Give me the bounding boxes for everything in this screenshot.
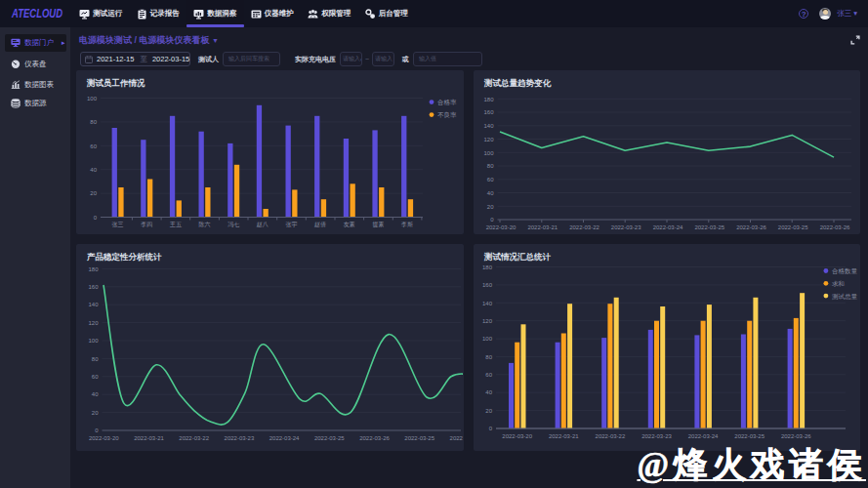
- svg-text:100: 100: [483, 150, 494, 156]
- svg-text:120: 120: [483, 137, 494, 142]
- svg-text:2022-03-25: 2022-03-25: [314, 435, 345, 441]
- svg-text:100: 100: [87, 96, 98, 102]
- svg-text:2022-03-21: 2022-03-21: [549, 433, 579, 439]
- svg-text:2022-03-24: 2022-03-24: [688, 433, 719, 439]
- svg-text:合格率: 合格率: [437, 99, 457, 106]
- svg-text:测试总量: 测试总量: [832, 293, 858, 301]
- svg-text:2022-03-23: 2022-03-23: [225, 435, 255, 441]
- svg-text:2022-03-24: 2022-03-24: [653, 224, 683, 230]
- svg-text:0: 0: [490, 217, 494, 223]
- svg-text:60: 60: [485, 372, 492, 378]
- svg-text:2022-03-25: 2022-03-25: [694, 224, 724, 230]
- svg-text:2022-03-25: 2022-03-25: [404, 435, 434, 441]
- svg-text:100: 100: [482, 336, 493, 342]
- svg-text:20: 20: [487, 204, 494, 210]
- svg-text:2022-03-25: 2022-03-25: [734, 433, 765, 439]
- svg-text:王五: 王五: [169, 221, 182, 227]
- svg-text:20: 20: [90, 190, 97, 196]
- svg-text:180: 180: [88, 266, 99, 272]
- svg-text:不良率: 不良率: [437, 111, 457, 118]
- svg-text:2022-03-23: 2022-03-23: [641, 433, 672, 439]
- svg-text:40: 40: [90, 167, 97, 173]
- svg-text:40: 40: [92, 391, 99, 397]
- svg-text:2022-03-26: 2022-03-26: [359, 435, 390, 441]
- svg-text:李四: 李四: [140, 221, 152, 228]
- svg-text:0: 0: [95, 427, 99, 433]
- svg-text:140: 140: [483, 123, 494, 129]
- svg-text:2022-03-26: 2022-03-26: [781, 433, 811, 439]
- svg-text:140: 140: [88, 302, 99, 307]
- svg-text:160: 160: [88, 284, 99, 290]
- svg-text:合格数量: 合格数量: [832, 267, 858, 275]
- svg-text:2022-03-23: 2022-03-23: [611, 224, 641, 230]
- svg-text:80: 80: [90, 119, 97, 125]
- svg-text:2022-03-22: 2022-03-22: [179, 435, 209, 441]
- svg-text:2022-03-21: 2022-03-21: [527, 224, 558, 230]
- svg-text:60: 60: [92, 374, 99, 380]
- svg-text:120: 120: [88, 320, 99, 326]
- svg-text:2022-03-22: 2022-03-22: [596, 433, 626, 439]
- svg-text:20: 20: [485, 408, 492, 414]
- svg-text:60: 60: [90, 143, 97, 149]
- svg-text:友素: 友素: [344, 221, 355, 227]
- svg-text:李斯: 李斯: [400, 221, 413, 227]
- svg-text:提素: 提素: [372, 221, 384, 228]
- svg-text:张宇: 张宇: [286, 221, 298, 228]
- svg-text:2022-03-26: 2022-03-26: [820, 224, 850, 230]
- svg-text:100: 100: [88, 338, 99, 344]
- svg-text:160: 160: [482, 282, 493, 288]
- svg-text:80: 80: [485, 354, 492, 360]
- svg-text:80: 80: [92, 356, 99, 362]
- svg-text:80: 80: [487, 163, 494, 169]
- svg-text:40: 40: [485, 389, 492, 395]
- svg-text:60: 60: [487, 177, 494, 183]
- svg-text:2022-03-26: 2022-03-26: [736, 224, 766, 230]
- svg-text:2022-03-26: 2022-03-26: [450, 435, 463, 441]
- svg-text:2022-03-20: 2022-03-20: [486, 224, 517, 230]
- svg-text:2022-03-20: 2022-03-20: [502, 433, 532, 439]
- svg-text:40: 40: [487, 190, 494, 196]
- svg-text:120: 120: [482, 318, 493, 324]
- svg-text:140: 140: [482, 301, 493, 306]
- svg-text:180: 180: [482, 264, 493, 270]
- svg-text:0: 0: [94, 215, 98, 221]
- svg-text:赵八: 赵八: [257, 222, 269, 228]
- svg-text:20: 20: [92, 410, 99, 416]
- svg-text:2022-03-22: 2022-03-22: [569, 224, 599, 230]
- svg-text:求和: 求和: [832, 280, 845, 287]
- svg-text:180: 180: [483, 97, 494, 102]
- svg-text:陈六: 陈六: [199, 221, 211, 228]
- svg-text:张三: 张三: [112, 222, 124, 228]
- svg-text:0: 0: [489, 426, 493, 431]
- svg-text:2022-03-24: 2022-03-24: [269, 435, 300, 441]
- svg-text:2022-03-25: 2022-03-25: [778, 224, 808, 230]
- svg-text:赵倩: 赵倩: [314, 222, 326, 228]
- svg-text:2022-03-21: 2022-03-21: [134, 435, 164, 441]
- svg-text:2022-03-20: 2022-03-20: [89, 435, 119, 441]
- svg-text:160: 160: [483, 109, 494, 115]
- svg-text:冯七: 冯七: [227, 221, 239, 227]
